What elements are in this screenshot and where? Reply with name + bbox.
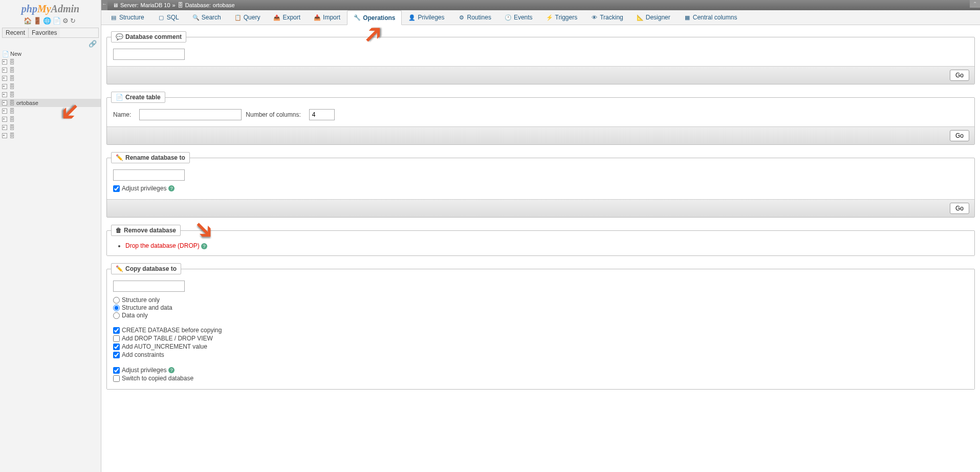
tab-triggers[interactable]: ⚡Triggers bbox=[539, 10, 584, 25]
tree-db-3[interactable]: +🗄 bbox=[0, 74, 101, 82]
db-icon: 🗄 bbox=[8, 75, 15, 82]
tab-events[interactable]: 🕐Events bbox=[498, 10, 539, 25]
tree-db-1[interactable]: +🗄 bbox=[0, 58, 101, 66]
tracking-icon: 👁 bbox=[591, 14, 598, 21]
globe-icon[interactable]: 🌐 bbox=[43, 17, 53, 25]
collapse-top-icon[interactable]: ⌃ bbox=[970, 0, 980, 8]
tree-db-9[interactable]: +🗄 bbox=[0, 132, 101, 140]
home-icon[interactable]: 🏠 bbox=[24, 17, 33, 25]
tab-operations[interactable]: 🔧Operations bbox=[347, 10, 402, 25]
db-icon: 🗄 bbox=[8, 108, 15, 115]
triggers-icon: ⚡ bbox=[546, 14, 553, 21]
collapse-nav-icon[interactable]: ← bbox=[101, 0, 107, 10]
tab-sql[interactable]: ▢SQL bbox=[151, 10, 186, 25]
switch-label: Switch to copied database bbox=[122, 375, 193, 382]
exit-icon[interactable]: 🚪 bbox=[33, 17, 43, 25]
expand-icon[interactable]: + bbox=[2, 109, 7, 114]
help-icon[interactable]: ? bbox=[168, 185, 175, 191]
tab-search[interactable]: 🔍Search bbox=[186, 10, 228, 25]
gear-icon[interactable]: ⚙ bbox=[62, 17, 70, 25]
data-only-label: Data only bbox=[122, 312, 148, 319]
privileges-icon: 👤 bbox=[408, 14, 416, 21]
tree-new[interactable]: 📄New bbox=[0, 50, 101, 58]
edit-icon: ✏️ bbox=[116, 265, 123, 272]
tab-export[interactable]: 📤Export bbox=[267, 10, 307, 25]
structure-only-radio[interactable] bbox=[113, 297, 120, 304]
expand-icon[interactable]: + bbox=[2, 117, 7, 122]
sidebar: phpMyAdmin 🏠🚪🌐📄⚙↻ Recent Favorites 🔗 📄Ne… bbox=[0, 0, 101, 472]
comment-input[interactable] bbox=[113, 49, 185, 60]
favorites-tab[interactable]: Favorites bbox=[29, 28, 60, 37]
go-button[interactable]: Go bbox=[950, 70, 969, 81]
tree-db-2[interactable]: +🗄 bbox=[0, 66, 101, 74]
server-link[interactable]: MariaDB 10 bbox=[140, 2, 170, 8]
db-link[interactable]: ortobase bbox=[213, 2, 235, 8]
copy-adjust-checkbox[interactable] bbox=[113, 367, 120, 374]
tree-db-5[interactable]: +🗄 bbox=[0, 91, 101, 99]
data-only-radio[interactable] bbox=[113, 312, 120, 319]
go-button[interactable]: Go bbox=[950, 203, 969, 214]
expand-icon[interactable]: + bbox=[2, 92, 7, 97]
tab-import[interactable]: 📥Import bbox=[307, 10, 347, 25]
expand-icon[interactable]: + bbox=[2, 84, 7, 89]
go-button[interactable]: Go bbox=[950, 130, 969, 141]
tree-db-7[interactable]: +🗄 bbox=[0, 115, 101, 123]
create-before-checkbox[interactable] bbox=[113, 327, 120, 334]
tab-tracking[interactable]: 👁Tracking bbox=[584, 10, 630, 25]
recent-favorites-tabs: Recent Favorites bbox=[2, 28, 99, 38]
events-icon: 🕐 bbox=[505, 14, 512, 21]
reload-icon[interactable]: ↻ bbox=[70, 17, 77, 25]
help-icon[interactable]: ? bbox=[168, 367, 175, 373]
tab-privileges[interactable]: 👤Privileges bbox=[402, 10, 451, 25]
remove-icon: 🗑 bbox=[116, 227, 122, 234]
create-before-label: CREATE DATABASE before copying bbox=[122, 327, 222, 334]
expand-icon[interactable]: + bbox=[2, 133, 7, 138]
link-icon[interactable]: 🔗 bbox=[0, 39, 101, 49]
logo-admin: Admin bbox=[51, 3, 80, 14]
adjust-privileges-checkbox[interactable] bbox=[113, 185, 120, 192]
add-ai-checkbox[interactable] bbox=[113, 344, 120, 350]
expand-icon[interactable]: + bbox=[2, 125, 7, 130]
import-icon: 📥 bbox=[314, 14, 321, 21]
switch-checkbox[interactable] bbox=[113, 375, 120, 382]
expand-icon[interactable]: + bbox=[2, 68, 7, 73]
rename-input[interactable] bbox=[113, 169, 185, 181]
tree-db-4[interactable]: +🗄 bbox=[0, 82, 101, 91]
add-constraints-checkbox[interactable] bbox=[113, 352, 120, 358]
expand-icon[interactable]: + bbox=[2, 100, 7, 105]
docs-icon[interactable]: 📄 bbox=[53, 17, 62, 25]
fieldset-comment: 💬Database comment Go bbox=[106, 31, 975, 84]
sidebar-toolbar: 🏠🚪🌐📄⚙↻ bbox=[0, 16, 101, 27]
copy-name-input[interactable] bbox=[113, 281, 185, 292]
tree-db-ortobase[interactable]: +🗄ortobase bbox=[0, 99, 101, 107]
tab-routines-label: Routines bbox=[467, 14, 491, 21]
recent-tab[interactable]: Recent bbox=[3, 28, 29, 37]
tab-designer-label: Designer bbox=[646, 14, 670, 21]
tab-structure[interactable]: ▤Structure bbox=[103, 10, 151, 25]
legend-comment: 💬Database comment bbox=[111, 31, 186, 42]
expand-icon[interactable]: + bbox=[2, 59, 7, 65]
expand-icon[interactable]: + bbox=[2, 76, 7, 81]
server-icon: 🖥 bbox=[113, 2, 118, 8]
db-icon: 🗄 bbox=[8, 99, 15, 106]
tab-designer[interactable]: 📐Designer bbox=[630, 10, 677, 25]
add-drop-checkbox[interactable] bbox=[113, 335, 120, 342]
db-icon: 🗄 bbox=[8, 58, 15, 66]
structure-data-radio[interactable] bbox=[113, 305, 120, 311]
columns-input[interactable] bbox=[309, 109, 335, 120]
structure-data-label: Structure and data bbox=[122, 304, 172, 311]
drop-database-link[interactable]: Drop the database (DROP) bbox=[125, 242, 200, 249]
legend-copy: ✏️Copy database to bbox=[111, 263, 181, 274]
fieldset-rename: ✏️Rename database to Adjust privileges ?… bbox=[106, 152, 975, 218]
help-icon[interactable]: ? bbox=[201, 243, 207, 249]
edit-icon: ✏️ bbox=[116, 154, 123, 161]
operations-icon: 🔧 bbox=[354, 14, 361, 22]
tab-central[interactable]: ▦Central columns bbox=[677, 10, 744, 25]
tree-db-6[interactable]: +🗄 bbox=[0, 107, 101, 115]
logo[interactable]: phpMyAdmin bbox=[0, 0, 101, 16]
tab-routines[interactable]: ⚙Routines bbox=[451, 10, 498, 25]
tab-query[interactable]: 📋Query bbox=[228, 10, 267, 25]
tree-new-label: New bbox=[10, 51, 21, 57]
tree-db-8[interactable]: +🗄 bbox=[0, 123, 101, 132]
table-name-input[interactable] bbox=[139, 109, 242, 120]
